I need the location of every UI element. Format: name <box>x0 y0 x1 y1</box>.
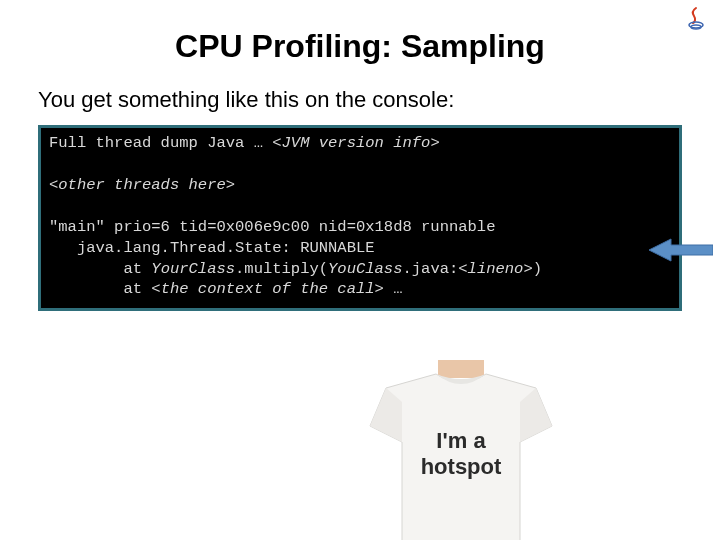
hotspot-tshirt-image: I'm a hotspot <box>350 360 572 540</box>
svg-marker-2 <box>649 239 713 261</box>
thread-state-line: java.lang.Thread.State: RUNNABLE <box>49 238 671 259</box>
console-output: Full thread dump Java … <JVM version inf… <box>38 125 682 311</box>
tshirt-text-line2: hotspot <box>421 454 502 479</box>
blank-line <box>49 154 671 175</box>
svg-rect-3 <box>438 360 484 378</box>
tshirt-text-line1: I'm a <box>436 428 486 453</box>
subtitle: You get something like this on the conso… <box>0 87 720 125</box>
other-threads-placeholder: <other threads here> <box>49 176 235 194</box>
blank-line <box>49 196 671 217</box>
jvm-version-placeholder: <JVM version info> <box>272 134 439 152</box>
stack-frame-yourclass: at YourClass.multiply(YouClass.java:<lin… <box>49 259 671 280</box>
dump-prefix: Full thread dump Java … <box>49 134 272 152</box>
java-duke-icon <box>684 6 708 30</box>
page-title: CPU Profiling: Sampling <box>0 0 720 87</box>
slide: CPU Profiling: Sampling You get somethin… <box>0 0 720 540</box>
callout-arrow-icon <box>649 236 713 264</box>
stack-frame-context: at <the context of the call> … <box>49 279 671 300</box>
thread-main-line: "main" prio=6 tid=0x006e9c00 nid=0x18d8 … <box>49 217 671 238</box>
